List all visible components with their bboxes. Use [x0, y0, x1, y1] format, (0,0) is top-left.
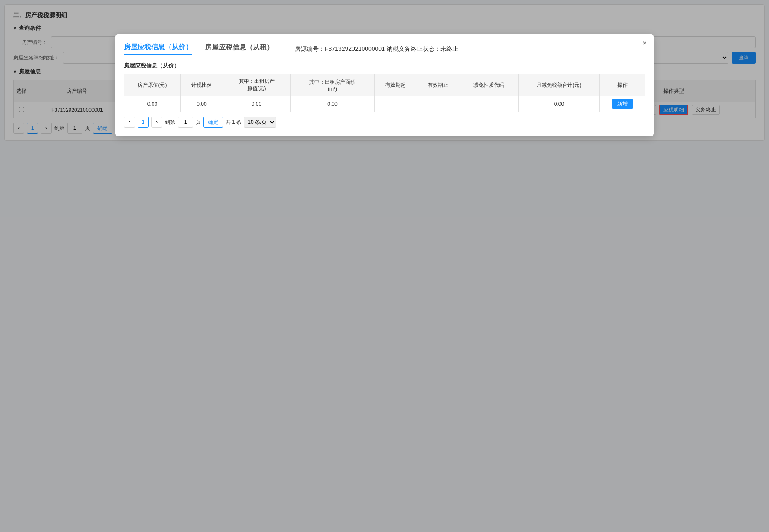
modal-col-valid-to: 有效期止: [417, 74, 459, 96]
modal-next-btn[interactable]: ›: [151, 117, 162, 128]
modal-table-row: 0.00 0.00 0.00 0.00 0.00 新增: [124, 96, 645, 112]
modal-current-page: 1: [138, 117, 149, 128]
modal-col-original-value: 房产原值(元): [124, 74, 181, 96]
modal-col-monthly-relief: 月减免税额合计(元): [518, 74, 599, 96]
modal-col-action: 操作: [600, 74, 645, 96]
modal-page-size-select[interactable]: 10 条/页 20 条/页 50 条/页: [244, 117, 276, 128]
modal-table-container: 房产原值(元) 计税比例 其中：出租房产原值(元) 其中：出租房产面积(m²) …: [124, 74, 645, 112]
modal-cell-rental-area: 0.00: [290, 96, 374, 112]
modal-prev-btn[interactable]: ‹: [124, 117, 135, 128]
modal-page-label: 页: [196, 119, 201, 126]
modal-cell-valid-to: [417, 96, 459, 112]
modal-cell-rental-value: 0.00: [223, 96, 291, 112]
modal-cell-valid-from: [374, 96, 417, 112]
modal-close-button[interactable]: ×: [642, 39, 647, 47]
modal-meta: 房源编号：F37132920210000001 纳税义务终止状态：未终止: [295, 45, 458, 53]
modal-cell-action: 新增: [600, 96, 645, 112]
modal-tabs: 房屋应税信息（从价） 房屋应税信息（从租） 房源编号：F371329202100…: [124, 43, 645, 55]
modal-dialog: × 房屋应税信息（从价） 房屋应税信息（从租） 房源编号：F3713292021…: [115, 34, 654, 136]
modal-col-valid-from: 有效期起: [374, 74, 417, 96]
modal-goto-label: 到第: [165, 119, 175, 126]
modal-col-relief-code: 减免性质代码: [459, 74, 518, 96]
modal-new-btn[interactable]: 新增: [612, 99, 633, 109]
modal-total: 共 1 条: [226, 119, 241, 126]
modal-tab-from-rent[interactable]: 房屋应税信息（从租）: [205, 43, 273, 55]
modal-overlay: × 房屋应税信息（从价） 房屋应税信息（从租） 房源编号：F3713292021…: [0, 0, 769, 145]
modal-col-rental-value: 其中：出租房产原值(元): [223, 74, 291, 96]
modal-cell-tax-ratio: 0.00: [180, 96, 223, 112]
modal-cell-relief-code: [459, 96, 518, 112]
modal-pagination: ‹ 1 › 到第 页 确定 共 1 条 10 条/页 20 条/页 50 条/页: [124, 117, 645, 128]
modal-page-confirm[interactable]: 确定: [203, 117, 223, 128]
modal-cell-monthly-relief: 0.00: [518, 96, 599, 112]
modal-tab-from-price[interactable]: 房屋应税信息（从价）: [124, 43, 192, 55]
modal-page-input[interactable]: [178, 117, 193, 128]
modal-cell-original-value: 0.00: [124, 96, 181, 112]
modal-col-rental-area: 其中：出租房产面积(m²): [290, 74, 374, 96]
modal-section-title: 房屋应税信息（从价）: [124, 62, 645, 70]
modal-col-tax-ratio: 计税比例: [180, 74, 223, 96]
modal-table: 房产原值(元) 计税比例 其中：出租房产原值(元) 其中：出租房产面积(m²) …: [124, 74, 645, 112]
